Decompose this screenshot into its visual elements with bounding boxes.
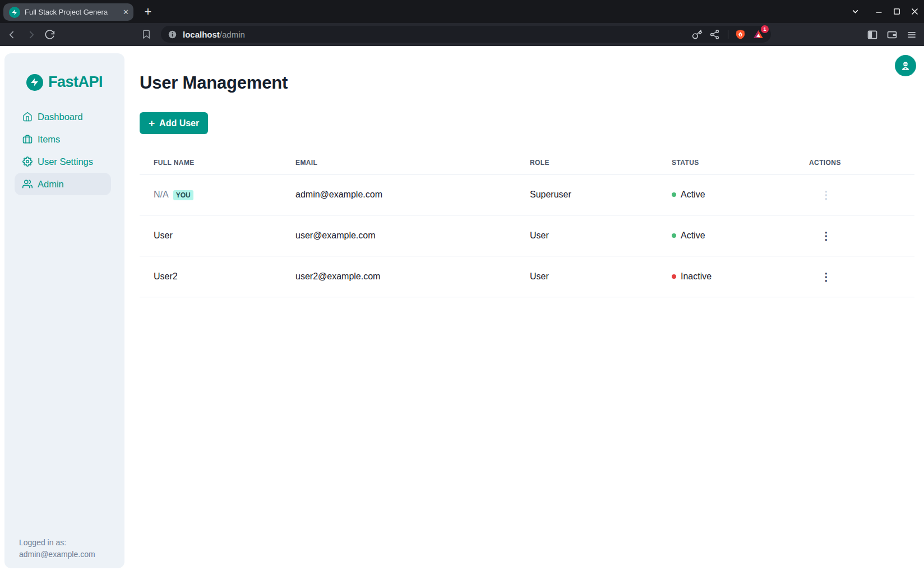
fastapi-favicon-icon bbox=[9, 7, 20, 18]
tab-strip: Full Stack Project Genera ✕ + bbox=[0, 0, 924, 23]
sidebar-item-admin[interactable]: Admin bbox=[15, 173, 111, 195]
user-menu-button[interactable] bbox=[895, 55, 916, 76]
users-icon bbox=[22, 179, 33, 189]
browser-chrome: Full Stack Project Genera ✕ + bbox=[0, 0, 924, 46]
wallet-icon[interactable] bbox=[886, 29, 898, 40]
tab-close-icon[interactable]: ✕ bbox=[123, 8, 129, 16]
table-body: N/AYOU admin@example.com Superuser Activ… bbox=[140, 174, 914, 297]
sidebar-item-dashboard[interactable]: Dashboard bbox=[15, 105, 111, 128]
cell-actions: ⋮ bbox=[809, 188, 914, 201]
password-key-icon[interactable] bbox=[692, 29, 703, 40]
toolbar-divider bbox=[728, 30, 728, 39]
status-dot bbox=[672, 192, 676, 197]
cell-status: Active bbox=[672, 231, 809, 241]
column-header: ROLE bbox=[530, 159, 672, 167]
site-info-icon[interactable] bbox=[168, 30, 177, 39]
url-host: localhost bbox=[183, 30, 220, 39]
window-controls bbox=[851, 0, 920, 23]
status-dot bbox=[672, 233, 676, 238]
cell-full-name: User2 bbox=[140, 272, 295, 282]
gear-icon bbox=[22, 157, 33, 167]
forward-button[interactable] bbox=[25, 29, 36, 40]
browser-tab[interactable]: Full Stack Project Genera ✕ bbox=[3, 3, 133, 21]
back-button[interactable] bbox=[7, 29, 18, 40]
sidebar-item-label: Admin bbox=[38, 179, 64, 190]
fastapi-logo: FastAPI bbox=[4, 53, 124, 91]
share-icon[interactable] bbox=[709, 29, 720, 40]
logo-text: FastAPI bbox=[48, 73, 103, 91]
logged-in-email: admin@example.com bbox=[19, 549, 95, 560]
column-header: STATUS bbox=[672, 159, 809, 167]
full-name-text: User2 bbox=[154, 272, 178, 281]
status-dot bbox=[672, 274, 676, 279]
table-header-row: FULL NAMEEMAILROLESTATUSACTIONS bbox=[140, 151, 914, 174]
cell-actions: ⋮ bbox=[809, 229, 914, 242]
url-path: /admin bbox=[220, 30, 245, 39]
window-maximize-button[interactable] bbox=[892, 7, 902, 16]
page-title: User Management bbox=[140, 73, 288, 93]
brave-shield-icon[interactable] bbox=[735, 29, 746, 40]
full-name-text: User bbox=[154, 231, 173, 240]
cell-actions: ⋮ bbox=[809, 270, 914, 283]
table-row: User user@example.com User Active ⋮ bbox=[140, 215, 914, 256]
sidebar-footer: Logged in as: admin@example.com bbox=[19, 537, 95, 560]
window-close-button[interactable] bbox=[910, 7, 920, 16]
side-panel-icon[interactable] bbox=[867, 29, 878, 40]
cell-status: Active bbox=[672, 190, 809, 200]
add-user-button[interactable]: + Add User bbox=[140, 112, 208, 134]
column-header: ACTIONS bbox=[809, 159, 914, 167]
logged-in-label: Logged in as: bbox=[19, 537, 95, 549]
sidebar-nav: DashboardItemsUser SettingsAdmin bbox=[15, 105, 111, 195]
browser-toolbar: localhost/admin 1 bbox=[0, 23, 924, 46]
column-header: EMAIL bbox=[295, 159, 530, 167]
window-minimize-button[interactable] bbox=[874, 7, 884, 16]
rewards-badge: 1 bbox=[761, 25, 769, 33]
users-table: FULL NAMEEMAILROLESTATUSACTIONS N/AYOU a… bbox=[140, 151, 914, 297]
url-text: localhost/admin bbox=[183, 30, 245, 39]
sidebar-item-user-settings[interactable]: User Settings bbox=[15, 150, 111, 173]
cell-full-name: N/AYOU bbox=[140, 190, 295, 200]
table-row: N/AYOU admin@example.com Superuser Activ… bbox=[140, 174, 914, 215]
sidebar-item-label: User Settings bbox=[38, 157, 93, 167]
cell-email: user@example.com bbox=[295, 231, 530, 241]
fastapi-logo-icon bbox=[26, 74, 43, 91]
menu-icon[interactable] bbox=[906, 29, 917, 40]
app-page: FastAPI DashboardItemsUser SettingsAdmin… bbox=[0, 46, 924, 575]
briefcase-icon bbox=[22, 134, 33, 144]
row-actions-button[interactable]: ⋮ bbox=[816, 270, 836, 283]
row-actions-button[interactable]: ⋮ bbox=[816, 229, 836, 242]
table-row: User2 user2@example.com User Inactive ⋮ bbox=[140, 256, 914, 297]
reload-button[interactable] bbox=[44, 29, 55, 40]
home-icon bbox=[22, 112, 33, 122]
row-actions-button: ⋮ bbox=[816, 188, 836, 201]
cell-email: user2@example.com bbox=[295, 272, 530, 282]
cell-email: admin@example.com bbox=[295, 190, 530, 200]
tab-title: Full Stack Project Genera bbox=[25, 8, 121, 16]
sidebar-item-items[interactable]: Items bbox=[15, 128, 111, 150]
status-text: Active bbox=[681, 190, 705, 200]
status-text: Active bbox=[681, 231, 705, 241]
sidebar-item-label: Dashboard bbox=[38, 112, 83, 122]
cell-full-name: User bbox=[140, 231, 295, 241]
sidebar: FastAPI DashboardItemsUser SettingsAdmin… bbox=[4, 53, 124, 568]
brave-rewards-icon[interactable]: 1 bbox=[752, 29, 764, 40]
full-name-text: N/A bbox=[154, 190, 169, 199]
address-bar[interactable]: localhost/admin 1 bbox=[161, 26, 771, 43]
status-text: Inactive bbox=[681, 272, 712, 282]
cell-role: Superuser bbox=[530, 190, 672, 200]
sidebar-item-label: Items bbox=[38, 134, 60, 145]
tab-search-icon[interactable] bbox=[851, 7, 860, 16]
user-astronaut-icon bbox=[899, 59, 912, 72]
cell-status: Inactive bbox=[672, 272, 809, 282]
cell-role: User bbox=[530, 272, 672, 282]
new-tab-button[interactable]: + bbox=[140, 4, 156, 20]
you-badge: YOU bbox=[173, 190, 193, 200]
bookmark-icon[interactable] bbox=[141, 29, 151, 39]
plus-icon: + bbox=[149, 117, 155, 130]
cell-role: User bbox=[530, 231, 672, 241]
add-user-label: Add User bbox=[159, 118, 199, 128]
column-header: FULL NAME bbox=[140, 159, 295, 167]
